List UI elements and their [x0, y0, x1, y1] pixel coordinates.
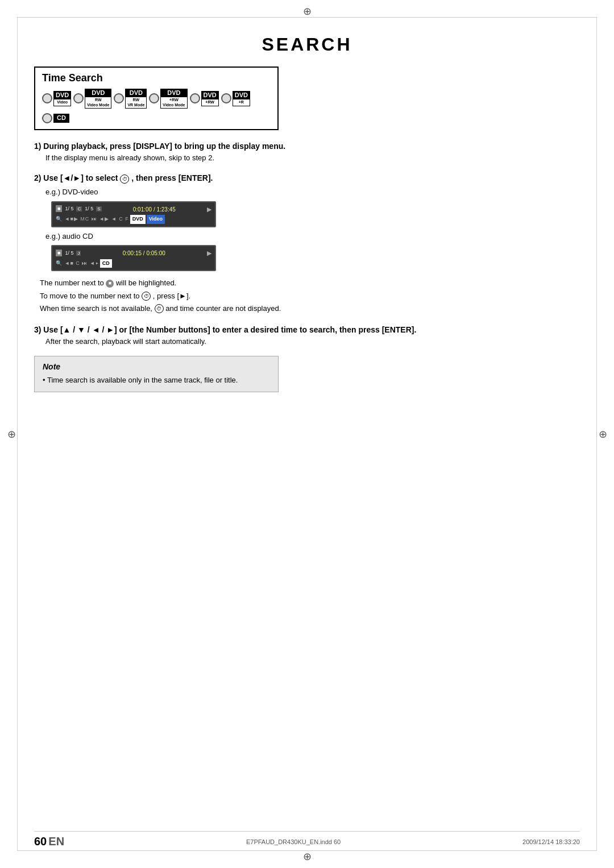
disc-icon-3 — [114, 93, 124, 103]
disc-icon-4 — [149, 93, 159, 103]
disc-icon-7 — [42, 113, 52, 123]
disc-icon-1 — [42, 93, 52, 103]
step-3-number: 3) — [34, 325, 41, 334]
screen-dvd-left: ■ 1/ 5 C 1/ 5 S — [56, 205, 102, 213]
eg-dvd-text: e.g.) DVD-video — [45, 188, 98, 196]
screen-cd-row1: ■ 1/ 5 J 0:00:15 / 0:05:00 ▶ — [56, 248, 211, 258]
step-3-sub: After the search, playback will start au… — [45, 336, 580, 347]
badge-dvd-plusrw: DVD +RW — [190, 91, 219, 106]
time-search-title: Time Search — [42, 72, 271, 84]
screen-cd-time: 0:00:15 / 0:05:00 — [123, 249, 165, 258]
reg-mark-right: ⊕ — [597, 429, 608, 440]
reg-mark-bottom: ⊕ — [301, 851, 313, 862]
step-1: 1) During playback, press [DISPLAY] to b… — [34, 140, 580, 164]
step-3-header: 3) Use [▲ / ▼ / ◄ / ►] or [the Number bu… — [34, 324, 580, 336]
screen-cd-icons: 🔍 ◄■ C ⏭ ◄▶ — [56, 260, 99, 268]
step-3: 3) Use [▲ / ▼ / ◄ / ►] or [the Number bu… — [34, 324, 580, 347]
badge-dvd-video: DVD Video — [42, 91, 71, 106]
step-3-bold: Use [▲ / ▼ / ◄ / ►] or [the Number butto… — [43, 325, 416, 334]
note-title: Note — [43, 362, 270, 371]
badge-dvd-plusrw-videomode: DVD +RWVideo Mode — [149, 89, 187, 109]
time-search-section: Time Search DVD Video DVD RWVideo Mode — [34, 67, 279, 130]
disc-icon-5 — [190, 93, 200, 103]
screen-cd-badge: CD — [100, 259, 112, 268]
screen-dvd-arrow: ▶ — [207, 205, 211, 214]
screen-dvd-time: 0:01:00 / 1:23:45 — [133, 205, 176, 214]
disc-icon-6 — [221, 93, 231, 103]
footer-date: 2009/12/14 18:33:20 — [522, 838, 580, 845]
page-en: EN — [48, 835, 64, 848]
badge-cd: CD — [42, 113, 69, 123]
step-2-text2: , then press [ENTER]. — [131, 173, 213, 182]
page-number: 60 — [34, 835, 47, 848]
screen-dvd-badge: DVD — [130, 215, 146, 224]
clock-icon-3: ⏱ — [155, 304, 164, 313]
note-box: Note • Time search is available only in … — [34, 356, 279, 392]
reg-mark-left: ⊕ — [6, 429, 17, 440]
screen-cd: ■ 1/ 5 J 0:00:15 / 0:05:00 ▶ 🔍 ◄■ C ⏭ ◄▶… — [51, 245, 216, 271]
screen-cd-left: ■ 1/ 5 J — [56, 250, 81, 258]
step-2-number: 2) — [34, 173, 41, 182]
step-1-sub: If the display menu is already shown, sk… — [45, 152, 580, 164]
screen-dvd-icons: 🔍 ◄■▶ MC ⏭ ◄▶ ◄ C F — [56, 215, 129, 223]
step-2-note3: When time search is not available, ⏱ and… — [40, 302, 580, 315]
page-footer: 60 EN E7PFAUD_DR430KU_EN.indd 60 2009/12… — [34, 831, 580, 848]
screen-cd-arrow: ▶ — [207, 248, 211, 258]
badge-dvd-videomode: DVD RWVideo Mode — [73, 89, 111, 109]
track-icon-1: ■ — [106, 280, 114, 288]
step-2-note1: The number next to ■ will be highlighted… — [40, 277, 580, 289]
step-2: 2) Use [◄/►] to select ⏱ , then press [E… — [34, 172, 580, 314]
step-2-header: 2) Use [◄/►] to select ⏱ , then press [E… — [34, 172, 580, 184]
reg-mark-top: ⊕ — [301, 6, 313, 17]
clock-icon-inline: ⏱ — [120, 175, 129, 184]
note-text: • Time search is available only in the s… — [43, 375, 270, 386]
screen-cd-row2: 🔍 ◄■ C ⏭ ◄▶ CD — [56, 259, 211, 268]
step-2-notes: The number next to ■ will be highlighted… — [40, 277, 580, 314]
eg-cd-text: e.g.) audio CD — [45, 232, 93, 240]
screen-dvd-row2: 🔍 ◄■▶ MC ⏭ ◄▶ ◄ C F DVD Video — [56, 215, 211, 224]
eg-cd-label: e.g.) audio CD — [45, 231, 580, 242]
clock-icon-2: ⏱ — [142, 292, 151, 301]
disc-icon-2 — [73, 93, 84, 103]
step-1-number: 1) — [34, 142, 41, 151]
page-title: SEARCH — [34, 28, 580, 55]
screen-dvd-video: ■ 1/ 5 C 1/ 5 S 0:01:00 / 1:23:45 ▶ 🔍 ◄■… — [51, 201, 216, 227]
step-2-note2: To move to the number next to ⏱ , press … — [40, 290, 580, 302]
step-1-text: 1) During playback, press [DISPLAY] to b… — [34, 140, 580, 152]
step-2-text: Use [◄/►] to select — [43, 173, 118, 182]
step-1-bold: During playback, press [DISPLAY] to brin… — [43, 142, 285, 151]
eg-dvd-label: e.g.) DVD-video — [45, 186, 580, 198]
content-area: SEARCH Time Search DVD Video DVD — [34, 28, 580, 834]
format-badges: DVD Video DVD RWVideo Mode DVD — [42, 89, 271, 123]
badge-dvd-plusr: DVD +R — [221, 91, 250, 106]
footer-filename: E7PFAUD_DR430KU_EN.indd 60 — [246, 838, 341, 845]
footer-left: 60 EN — [34, 835, 64, 848]
screen-dvd-badge2: Video — [147, 215, 165, 224]
screen-dvd-row1: ■ 1/ 5 C 1/ 5 S 0:01:00 / 1:23:45 ▶ — [56, 205, 211, 214]
badge-dvd-vrmode: DVD RWVR Mode — [114, 89, 147, 109]
page: ⊕ ⊕ ⊕ ⊕ SEARCH Time Search DVD Video — [0, 0, 614, 868]
